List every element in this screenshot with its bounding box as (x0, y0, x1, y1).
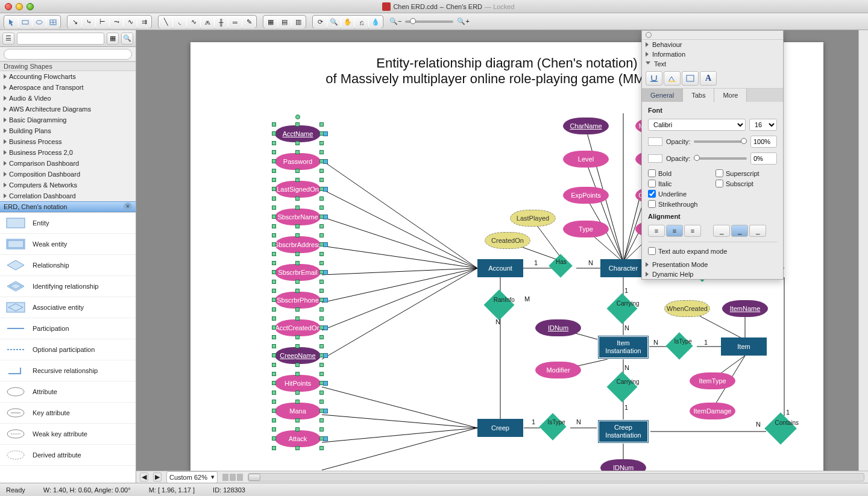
shape-relationship[interactable]: Relationship (0, 255, 136, 276)
zoom-tool[interactable]: 🔍 (327, 16, 341, 28)
erd-attr[interactable]: ItemType (690, 372, 735, 389)
erd-rel-raninfo[interactable]: RanInfo (488, 294, 510, 316)
text-underline-tool[interactable] (646, 71, 662, 86)
erd-entity-creep[interactable]: Creep (477, 419, 523, 437)
freehand-tool[interactable]: ✎ (242, 16, 256, 28)
polyline-tool[interactable]: ⩕ (201, 16, 214, 28)
erd-attr[interactable]: IDNum (535, 319, 581, 336)
spline-tool[interactable]: ∿ (187, 16, 200, 28)
connector-bezier-tool[interactable]: ∿ (124, 16, 137, 28)
erd-attr[interactable]: Type (563, 221, 609, 237)
erd-selected-attr[interactable]: LastSignedOn (275, 181, 321, 198)
page-thumbs[interactable] (222, 474, 243, 481)
panel-section-behaviour[interactable]: Behaviour (642, 40, 783, 49)
vsegment-tool[interactable]: ╫ (215, 16, 228, 28)
text-opacity-slider[interactable] (694, 140, 747, 143)
erd-attr[interactable]: CharName (563, 118, 609, 134)
pointer-tool[interactable] (5, 16, 18, 28)
library-item[interactable]: Comparison Dashboard (0, 158, 136, 169)
erd-rel-istype2[interactable]: IsType (543, 417, 562, 436)
ellipse-tool[interactable] (33, 16, 46, 28)
minimize-window-button[interactable] (16, 3, 23, 10)
erd-entity-item[interactable]: Item (721, 337, 767, 356)
bold-checkbox[interactable]: Bold (648, 169, 709, 177)
connector-direct-tool[interactable]: ↘ (68, 16, 81, 28)
library-item[interactable]: Aerospace and Transport (0, 82, 136, 93)
subtab-tabs[interactable]: Tabs (683, 89, 714, 102)
erd-selected-attr[interactable]: CreepName (275, 347, 321, 364)
shape-attribute[interactable]: Attribute (0, 381, 136, 403)
text-bg-opacity-slider[interactable] (694, 157, 747, 160)
erd-selected-attr[interactable]: SbscrbrEmail (275, 264, 321, 281)
panel-section-dynhelp[interactable]: Dynamic Help (642, 269, 783, 279)
shape-recursive-relationship[interactable]: Recursive relationship (0, 360, 136, 381)
connector-round-tool[interactable]: ⤳ (110, 16, 123, 28)
connector-tree-tool[interactable]: ⊢ (96, 16, 109, 28)
text-bg-swatch[interactable] (648, 154, 662, 163)
erd-rel-contains2[interactable]: Contains (769, 417, 792, 440)
text-color-swatch[interactable] (648, 137, 662, 146)
grid-view-button[interactable]: ▦ (107, 33, 119, 45)
superscript-checkbox[interactable]: Superscript (715, 169, 777, 177)
page-nav-prev[interactable]: ◀ (140, 472, 148, 482)
erd-derived-attr[interactable]: WhenCreated (664, 300, 710, 317)
shape-search-input[interactable] (4, 49, 132, 60)
erd-selected-attr[interactable]: AcctName (275, 125, 321, 142)
text-box-tool[interactable] (682, 71, 699, 86)
erd-attr[interactable]: Level (563, 151, 609, 168)
library-item[interactable]: Audio & Video (0, 93, 136, 104)
panel-section-text[interactable]: Text (642, 59, 783, 69)
shape-derived-attribute[interactable]: Derived attribute (0, 445, 136, 466)
panel-section-information[interactable]: Information (642, 49, 783, 59)
panel-section-presentation[interactable]: Presentation Mode (642, 260, 783, 269)
erd-derived-attr[interactable]: LastPlayed (510, 210, 556, 227)
library-item[interactable]: Basic Diagramming (0, 115, 136, 125)
erd-selected-attr[interactable]: AcctCreatedOn (275, 319, 321, 336)
library-item[interactable]: Business Process 2,0 (0, 147, 136, 158)
inspector-panel[interactable]: Behaviour Information Text A General Tab… (641, 30, 784, 280)
shape-participation[interactable]: Participation (0, 318, 136, 339)
library-item[interactable]: AWS Architecture Diagrams (0, 104, 136, 115)
erd-selected-attr[interactable]: HitPoints (275, 375, 321, 392)
valign-top-button[interactable]: ⎯ (713, 225, 730, 237)
underline-checkbox[interactable]: Underline (648, 190, 709, 198)
shape-key-attribute[interactable]: Key attribute (0, 403, 136, 424)
close-window-button[interactable] (5, 3, 12, 10)
text-opacity-value[interactable] (750, 136, 777, 148)
text-auto-expand-checkbox[interactable]: Text auto expand mode (648, 247, 777, 255)
hsegment-tool[interactable]: ═ (228, 16, 242, 28)
stamp-tool[interactable]: ⎌ (355, 16, 368, 28)
text-font-tool[interactable]: A (700, 71, 717, 86)
connector-chain-tool[interactable]: ⇉ (137, 16, 151, 28)
align-center-button[interactable]: ≡ (666, 225, 683, 237)
erd-selected-attr[interactable]: Password (275, 153, 321, 170)
erd-selected-attr[interactable]: SbscrbrPhone (275, 292, 321, 309)
zoom-out-icon[interactable]: 🔍− (389, 17, 401, 25)
arc-tool[interactable]: ◟ (173, 16, 186, 28)
zoom-window-button[interactable] (27, 3, 34, 10)
pan-tool[interactable]: ✋ (341, 16, 354, 28)
library-selected[interactable]: ERD, Chen's notation × (0, 201, 136, 212)
library-toggle-button[interactable]: ☰ (2, 33, 14, 45)
search-button[interactable]: 🔍 (121, 33, 133, 45)
refresh-tool[interactable]: ⟳ (313, 16, 327, 28)
erd-selected-attr[interactable]: Mana (275, 403, 321, 419)
erd-entity-creep-instantiation[interactable]: Creep Instantiation (597, 419, 649, 444)
table-tool[interactable] (46, 16, 60, 28)
zoom-in-icon[interactable]: 🔍+ (457, 17, 469, 25)
canvas-scrollbar-horizontal[interactable] (248, 473, 864, 482)
library-item[interactable]: Building Plans (0, 125, 136, 136)
shape-optional-participation[interactable]: Optional participation (0, 339, 136, 360)
align-right-button[interactable]: ≡ (684, 225, 701, 237)
zoom-dropdown[interactable]: Custom 62%▾ (166, 471, 218, 483)
close-library-icon[interactable]: × (124, 202, 132, 211)
valign-middle-button[interactable]: ⎯ (731, 225, 748, 237)
snap-guides-tool[interactable]: ▤ (278, 16, 291, 28)
shape-entity[interactable]: Entity (0, 213, 136, 234)
text-bg-opacity-value[interactable] (750, 152, 777, 165)
shape-weak-entity[interactable]: Weak entity (0, 234, 136, 255)
text-highlight-tool[interactable] (664, 71, 681, 86)
erd-selected-attr[interactable]: SbscrbrName (275, 209, 321, 225)
erd-attr[interactable]: ExpPoints (563, 187, 609, 204)
page-nav-next[interactable]: ▶ (153, 472, 162, 482)
